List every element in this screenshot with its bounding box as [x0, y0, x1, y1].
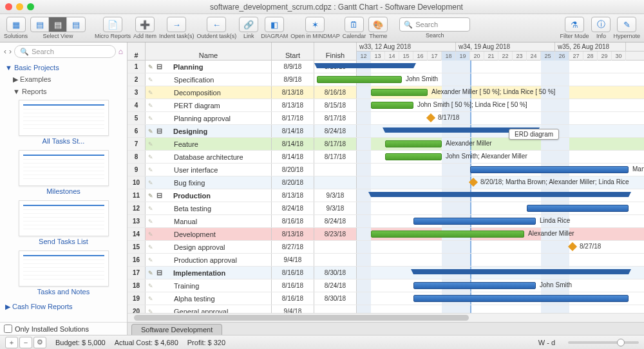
task-start[interactable]: 8/16/18 — [272, 279, 314, 292]
task-finish[interactable]: 8/24/18 — [314, 125, 357, 137]
task-start[interactable]: 8/16/18 — [272, 292, 314, 305]
task-row[interactable]: 5✎Planning approval8/17/188/17/188/17/18 — [128, 112, 644, 125]
task-start[interactable]: 8/14/18 — [272, 138, 314, 150]
task-finish[interactable]: 8/23/18 — [314, 228, 357, 240]
task-finish[interactable]: 8/17/18 — [314, 151, 357, 163]
report-thumb[interactable] — [19, 100, 109, 136]
timeline-cell[interactable] — [357, 202, 644, 214]
tree-basic-projects[interactable]: ▼ Basic Projects — [3, 62, 124, 73]
search-input[interactable]: 🔍Search — [399, 17, 470, 32]
diagram-icon[interactable]: ◧ — [265, 17, 283, 32]
task-row[interactable]: 1✎⊟Planning8/9/188/16/18 — [128, 61, 644, 73]
task-name-cell[interactable]: ✎Planning approval — [146, 112, 272, 124]
task-name-cell[interactable]: ✎PERT diagram — [146, 99, 272, 111]
report-thumb-label[interactable]: Tasks and Notes — [3, 288, 124, 296]
toolbar-outdent[interactable]: ← Outdent task(s) — [197, 17, 237, 39]
task-bar[interactable] — [527, 205, 629, 212]
task-start[interactable]: 8/13/18 — [272, 86, 314, 99]
report-thumb[interactable] — [19, 250, 109, 287]
task-start[interactable]: 8/24/18 — [272, 202, 314, 214]
task-name-cell[interactable]: ✎⊟Implementation — [146, 267, 272, 279]
task-name-cell[interactable]: ✎Feature — [146, 138, 272, 150]
task-row[interactable]: 3✎Decomposition8/13/188/16/18Alexander M… — [128, 86, 644, 99]
tree-examples[interactable]: ▶ Examples — [3, 73, 124, 86]
task-start[interactable]: 8/27/18 — [272, 241, 314, 253]
timeline-cell[interactable]: 8/27/18 — [357, 241, 644, 253]
task-bar[interactable] — [413, 218, 536, 225]
timeline-cell[interactable]: Alexander Miller — [357, 228, 644, 240]
task-bar[interactable] — [385, 140, 442, 147]
toolbar-mindmap[interactable]: ✶ Open in MINDMAP — [290, 17, 340, 39]
task-start[interactable]: 8/20/18 — [272, 176, 314, 189]
timeline-cell[interactable] — [357, 254, 644, 266]
task-start[interactable]: 8/9/18 — [272, 73, 314, 86]
task-name-cell[interactable]: ✎Database architecture — [146, 151, 272, 163]
timeline-cell[interactable]: Linda Rice — [357, 215, 644, 227]
task-finish[interactable]: 8/24/18 — [314, 279, 357, 292]
toolbar-select-view[interactable]: ▤▤▤ Select View — [30, 17, 86, 39]
timeline-cell[interactable] — [357, 292, 644, 305]
toolbar-diagram[interactable]: ◧ DIAGRAM — [261, 17, 288, 39]
mindmap-icon[interactable]: ✶ — [306, 17, 324, 32]
toolbar-solutions[interactable]: ▦ Solutions — [4, 17, 28, 39]
task-row[interactable]: 15✎Design approval8/27/188/27/18 — [128, 241, 644, 254]
theme-icon[interactable]: 🎨 — [369, 17, 387, 32]
toolbar-indent[interactable]: → Indent task(s) — [159, 17, 194, 39]
task-finish[interactable]: 8/16/18 — [314, 86, 357, 99]
report-thumb[interactable] — [19, 200, 109, 236]
task-bar[interactable] — [371, 231, 524, 238]
timeline-cell[interactable]: 8/17/18 — [357, 112, 644, 124]
task-name-cell[interactable]: ✎Beta testing — [146, 202, 272, 214]
remove-row-button[interactable]: − — [19, 337, 32, 348]
task-row[interactable]: 20✎General approval9/4/18 — [128, 305, 644, 313]
task-name-cell[interactable]: ✎Alpha testing — [146, 292, 272, 305]
task-start[interactable]: 8/16/18 — [272, 267, 314, 279]
sidebar-footer[interactable]: Only Installed Solutions — [0, 322, 127, 335]
task-name-cell[interactable]: ✎User interface — [146, 164, 272, 176]
task-bar[interactable] — [317, 76, 402, 83]
calendar-icon[interactable]: 🗓 — [345, 17, 363, 32]
timeline-cell[interactable]: John Smith — [357, 279, 644, 292]
task-name-cell[interactable]: ✎Design approval — [146, 241, 272, 253]
disclosure-icon[interactable]: ⊟ — [156, 269, 163, 277]
milestone-icon[interactable] — [426, 113, 435, 122]
task-bar[interactable] — [385, 153, 442, 160]
timeline-cell[interactable] — [357, 61, 644, 73]
task-name-cell[interactable]: ✎Decomposition — [146, 86, 272, 99]
toolbar-hypernote[interactable]: ✎ Hypernote — [613, 17, 640, 39]
task-finish[interactable] — [314, 305, 357, 313]
timeline-cell[interactable] — [357, 305, 644, 313]
task-row[interactable]: 19✎Alpha testing8/16/188/30/18 — [128, 292, 644, 305]
timeline-cell[interactable]: John Smith; Alexander Miller — [357, 151, 644, 163]
task-start[interactable]: 8/9/18 — [272, 61, 314, 73]
toolbar-info[interactable]: ⓘ Info — [591, 17, 611, 39]
zoom-icon[interactable] — [27, 3, 34, 10]
task-row[interactable]: 7✎Feature8/14/188/17/18Alexander Miller — [128, 138, 644, 151]
report-thumb-label[interactable]: All Tasks St... — [3, 137, 124, 145]
task-row[interactable]: 6✎⊟Designing8/14/188/24/18 — [128, 125, 644, 138]
scrollbar-thumb[interactable] — [134, 315, 469, 321]
col-finish-header[interactable]: Finish — [326, 52, 345, 60]
link-icon[interactable]: 🔗 — [240, 17, 258, 32]
home-icon[interactable]: ⌂ — [118, 47, 123, 56]
disclosure-icon[interactable]: ⊟ — [156, 191, 163, 200]
task-row[interactable]: 8✎Database architecture8/14/188/17/18Joh… — [128, 151, 644, 164]
micro-reports-icon[interactable]: 📄 — [104, 17, 122, 32]
add-row-button[interactable]: + — [5, 337, 18, 348]
task-row[interactable]: 11✎⊟Production8/13/189/3/18 — [128, 189, 644, 202]
task-finish[interactable]: 8/30/18 — [314, 267, 357, 279]
tree-reports[interactable]: ▼ Reports — [3, 86, 124, 97]
view-icon-3[interactable]: ▤ — [67, 17, 85, 32]
slider-knob[interactable] — [617, 339, 625, 346]
col-num-header[interactable]: # — [134, 52, 138, 60]
timeline-cell[interactable]: Martha Brown — [357, 164, 644, 176]
milestone-icon[interactable] — [568, 242, 577, 251]
task-finish[interactable]: 9/3/18 — [314, 189, 357, 202]
zoom-slider[interactable] — [568, 341, 639, 344]
task-bar[interactable] — [470, 166, 629, 173]
task-finish[interactable]: 8/17/18 — [314, 112, 357, 124]
report-thumb-label[interactable]: Milestones — [3, 187, 124, 195]
settings-button[interactable]: ⚙ — [33, 337, 46, 348]
close-icon[interactable] — [5, 3, 12, 10]
task-start[interactable]: 8/14/18 — [272, 125, 314, 137]
